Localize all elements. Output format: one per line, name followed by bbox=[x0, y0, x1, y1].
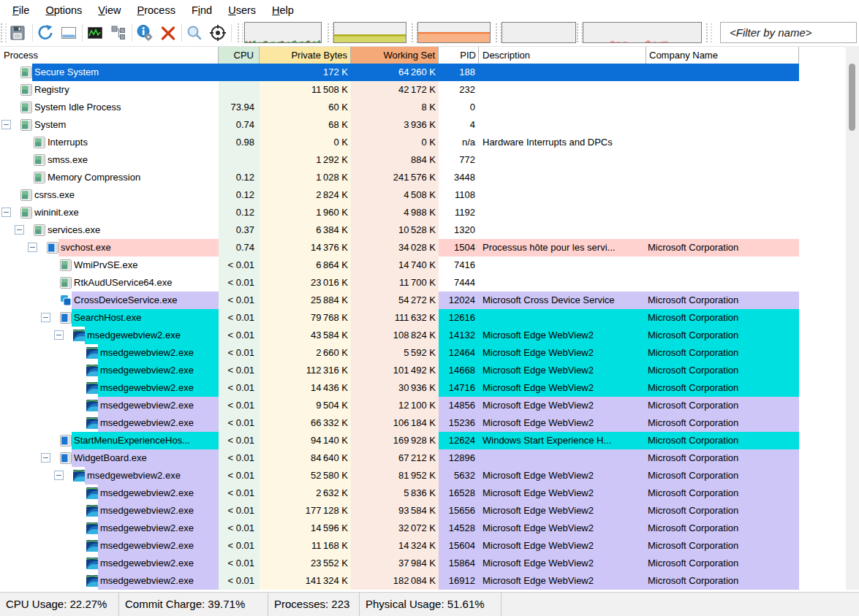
column-header-desc[interactable]: Description bbox=[479, 47, 646, 64]
process-row[interactable]: WidgetBoard.exe< 0.0184 640 K67 212 K128… bbox=[0, 449, 859, 467]
io-history-graph[interactable] bbox=[502, 22, 576, 43]
toolbar-grip-handle[interactable] bbox=[496, 23, 502, 42]
pid-value: 15604 bbox=[439, 537, 477, 555]
process-row[interactable]: WmiPrvSE.exe< 0.016 864 K14 740 K7416 bbox=[0, 256, 859, 274]
menu-item-options[interactable]: Options bbox=[37, 2, 90, 18]
properties-button[interactable] bbox=[135, 22, 155, 43]
column-header-private[interactable]: Private Bytes bbox=[260, 47, 351, 64]
tree-collapse-toggle[interactable] bbox=[1, 208, 11, 217]
process-row[interactable]: Interrupts0.980 K0 Kn/aHardware Interrup… bbox=[0, 134, 859, 151]
process-name: CrossDeviceService.exe bbox=[72, 292, 219, 309]
edge-webview-icon bbox=[86, 347, 98, 359]
process-row[interactable]: msedgewebview2.exe< 0.0114 596 K32 072 K… bbox=[0, 520, 859, 537]
cpu-value: 0.12 bbox=[219, 204, 260, 221]
process-row[interactable]: msedgewebview2.exe< 0.0152 580 K81 952 K… bbox=[0, 467, 859, 484]
process-name: SearchHost.exe bbox=[72, 309, 219, 327]
private-bytes-value: 23 016 K bbox=[260, 274, 351, 292]
cpu-graph-button[interactable] bbox=[85, 22, 105, 43]
find-handle-button[interactable] bbox=[184, 22, 205, 43]
tree-collapse-toggle[interactable] bbox=[28, 243, 37, 252]
description-value bbox=[483, 309, 645, 327]
find-window-target-button[interactable] bbox=[208, 22, 228, 43]
menu-item-file[interactable]: File bbox=[4, 2, 37, 18]
process-row[interactable]: msedgewebview2.exe< 0.0166 332 K106 184 … bbox=[0, 414, 859, 432]
commit-history-graph[interactable] bbox=[333, 22, 406, 43]
toolbar-separator bbox=[181, 24, 182, 42]
tree-collapse-toggle[interactable] bbox=[41, 453, 50, 463]
process-row[interactable]: Registry11 508 K42 172 K232 bbox=[0, 81, 859, 99]
save-button[interactable] bbox=[7, 22, 28, 43]
working-set-value: 3 936 K bbox=[351, 116, 439, 134]
system-information-button[interactable] bbox=[58, 22, 79, 43]
menu-item-view[interactable]: View bbox=[90, 2, 129, 18]
tree-collapse-toggle[interactable] bbox=[54, 330, 64, 340]
process-row[interactable]: msedgewebview2.exe< 0.019 504 K12 100 K1… bbox=[0, 397, 859, 414]
process-row[interactable]: msedgewebview2.exe< 0.01141 324 K182 084… bbox=[0, 572, 859, 590]
process-name: RtkAudUService64.exe bbox=[72, 274, 219, 292]
column-header-ws[interactable]: Working Set bbox=[351, 47, 439, 64]
blue-window-icon bbox=[47, 242, 58, 254]
process-row[interactable]: msedgewebview2.exe< 0.012 660 K5 592 K12… bbox=[0, 344, 859, 362]
company-name-value: Microsoft Corporation bbox=[648, 555, 798, 572]
tree-collapse-toggle[interactable] bbox=[15, 225, 24, 235]
physical-memory-graph[interactable] bbox=[417, 22, 491, 43]
process-row[interactable]: msedgewebview2.exe< 0.0143 584 K108 824 … bbox=[0, 327, 859, 344]
working-set-value: 4 508 K bbox=[351, 186, 439, 204]
toolbar-grip-handle[interactable] bbox=[238, 23, 243, 42]
column-header-process[interactable]: Process bbox=[0, 47, 219, 64]
menu-item-find[interactable]: Find bbox=[183, 2, 220, 18]
working-set-value: 241 576 K bbox=[351, 169, 439, 186]
cpu-usage-graph[interactable] bbox=[244, 22, 322, 43]
process-row[interactable]: msedgewebview2.exe< 0.01177 128 K93 584 … bbox=[0, 502, 859, 520]
toolbar-grip-handle[interactable] bbox=[328, 23, 333, 42]
process-row[interactable]: msedgewebview2.exe< 0.012 632 K5 836 K16… bbox=[0, 484, 859, 502]
filter-by-name-input[interactable] bbox=[720, 22, 857, 43]
process-row[interactable]: Secure System172 K64 260 K188 bbox=[0, 64, 859, 81]
description-value bbox=[483, 99, 645, 116]
process-name: StartMenuExperienceHos... bbox=[72, 432, 219, 449]
menu-item-help[interactable]: Help bbox=[264, 2, 302, 18]
column-header-company[interactable]: Company Name bbox=[646, 47, 799, 64]
refresh-button[interactable] bbox=[35, 22, 56, 43]
process-row[interactable]: CrossDeviceService.exe< 0.0125 884 K54 2… bbox=[0, 292, 859, 309]
cpu-value: < 0.01 bbox=[219, 327, 260, 344]
process-row[interactable]: System0.7468 K3 936 K4 bbox=[0, 116, 859, 134]
process-row[interactable]: msedgewebview2.exe< 0.0123 552 K37 984 K… bbox=[0, 555, 859, 572]
company-name-value bbox=[648, 256, 798, 274]
tree-collapse-toggle[interactable] bbox=[41, 313, 50, 322]
toolbar-grip-handle[interactable] bbox=[706, 23, 712, 42]
menu-item-process[interactable]: Process bbox=[129, 2, 183, 18]
process-row[interactable]: RtkAudUService64.exe< 0.0123 016 K11 700… bbox=[0, 274, 859, 292]
toolbar-grip-handle[interactable] bbox=[577, 23, 583, 42]
process-row[interactable]: msedgewebview2.exe< 0.0111 168 K14 324 K… bbox=[0, 537, 859, 555]
process-row[interactable]: smss.exe1 292 K884 K772 bbox=[0, 151, 859, 169]
process-row[interactable]: System Idle Process73.9460 K8 K0 bbox=[0, 99, 859, 116]
process-tree-button[interactable] bbox=[108, 22, 129, 43]
tree-collapse-toggle[interactable] bbox=[1, 120, 11, 129]
description-value: Microsoft Edge WebView2 bbox=[483, 344, 645, 362]
tree-collapse-toggle[interactable] bbox=[54, 471, 64, 480]
toolbar-grip-handle[interactable] bbox=[1, 23, 7, 42]
description-value: Microsoft Edge WebView2 bbox=[483, 520, 645, 537]
process-row[interactable]: svchost.exe0.7414 376 K34 028 K1504Proce… bbox=[0, 239, 859, 256]
toolbar-grip-handle[interactable] bbox=[412, 23, 417, 42]
kill-process-button[interactable] bbox=[158, 22, 178, 43]
process-row[interactable]: SearchHost.exe< 0.0179 768 K111 632 K126… bbox=[0, 309, 859, 327]
column-header-pid[interactable]: PID bbox=[439, 47, 479, 64]
process-row[interactable]: wininit.exe0.121 960 K4 988 K1192 bbox=[0, 204, 859, 221]
menu-item-users[interactable]: Users bbox=[220, 2, 264, 18]
private-bytes-value: 52 580 K bbox=[260, 467, 351, 484]
process-row[interactable]: services.exe0.376 384 K10 528 K1320 bbox=[0, 221, 859, 239]
process-row[interactable]: Memory Compression0.121 028 K241 576 K34… bbox=[0, 169, 859, 186]
vertical-scrollbar[interactable] bbox=[846, 46, 859, 590]
process-row[interactable]: msedgewebview2.exe< 0.0114 436 K30 936 K… bbox=[0, 379, 859, 397]
scrollbar-thumb[interactable] bbox=[849, 64, 855, 131]
process-name: System bbox=[32, 116, 219, 134]
system-window-icon bbox=[20, 102, 32, 113]
column-header-cpu[interactable]: CPU bbox=[219, 47, 260, 64]
process-row[interactable]: StartMenuExperienceHos...< 0.0194 140 K1… bbox=[0, 432, 859, 449]
gpu-history-graph[interactable] bbox=[583, 22, 702, 43]
process-row[interactable]: msedgewebview2.exe< 0.01112 316 K101 492… bbox=[0, 362, 859, 379]
process-name: WmiPrvSE.exe bbox=[72, 256, 219, 274]
process-row[interactable]: csrss.exe0.122 824 K4 508 K1108 bbox=[0, 186, 859, 204]
